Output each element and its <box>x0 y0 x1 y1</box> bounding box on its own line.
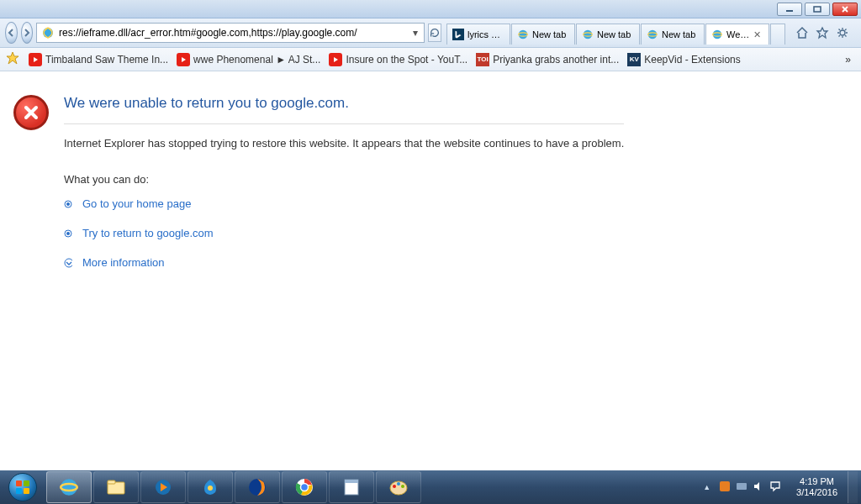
taskbar-clock[interactable]: 4:19 PM 3/14/2016 <box>790 476 844 498</box>
favorite-label: wwe Phenomenal ► AJ St... <box>193 54 320 66</box>
favorite-label: Insure on the Spot - YouT... <box>346 54 467 66</box>
svg-rect-36 <box>345 480 358 483</box>
svg-point-40 <box>401 485 404 488</box>
error-icon <box>13 95 49 130</box>
tab-label: New tab <box>532 29 566 39</box>
tab-label: New tab <box>662 29 695 39</box>
tray-icon-2[interactable] <box>736 480 747 494</box>
svg-point-12 <box>713 30 722 39</box>
show-desktop-button[interactable] <box>848 471 858 503</box>
tab-4-active[interactable]: Web... ✕ <box>705 24 769 45</box>
start-button[interactable] <box>0 470 45 504</box>
youtube-icon <box>177 53 190 66</box>
tray-volume-icon[interactable] <box>753 480 764 494</box>
browser-controls <box>789 26 856 39</box>
error-message: Internet Explorer has stopped trying to … <box>64 136 624 151</box>
ie-icon <box>517 29 529 40</box>
favorite-item-4[interactable]: KVKeepVid - Extensions <box>627 53 741 66</box>
svg-rect-42 <box>737 483 747 490</box>
add-favorite-icon[interactable] <box>5 50 20 68</box>
minimize-button[interactable] <box>777 3 802 16</box>
window-titlebar <box>0 0 861 18</box>
go-home-link[interactable]: Go to your home page <box>82 197 191 210</box>
expand-icon[interactable] <box>64 259 72 267</box>
svg-point-18 <box>66 202 70 206</box>
svg-point-26 <box>61 479 77 496</box>
svg-point-8 <box>584 30 593 39</box>
taskbar-wmp[interactable] <box>140 471 186 503</box>
taskbar: ▲ 4:19 PM 3/14/2016 <box>0 470 861 504</box>
page-content: We were unable to return you to google.c… <box>0 71 861 286</box>
bing-icon <box>452 29 464 40</box>
tools-icon[interactable] <box>836 26 849 39</box>
tray-action-center-icon[interactable] <box>769 480 781 494</box>
favorite-label: Timbaland Saw Theme In... <box>45 54 168 66</box>
tab-close-icon[interactable]: ✕ <box>753 29 763 39</box>
back-button[interactable] <box>5 22 18 44</box>
tab-2[interactable]: New tab <box>576 24 640 45</box>
favorites-bar: Timbaland Saw Theme In... wwe Phenomenal… <box>0 48 861 71</box>
favorites-icon[interactable] <box>816 26 829 39</box>
retry-link[interactable]: Try to return to google.com <box>82 227 214 239</box>
toi-icon: TOI <box>476 53 489 66</box>
tab-label: Web... <box>726 29 750 39</box>
address-dropdown-icon[interactable]: ▾ <box>409 24 422 41</box>
svg-point-31 <box>208 486 213 491</box>
favorite-item-3[interactable]: TOIPriyanka grabs another int... <box>476 53 619 66</box>
bullet-icon <box>64 229 72 238</box>
tab-label: New tab <box>597 29 631 39</box>
svg-rect-5 <box>452 29 464 40</box>
svg-point-34 <box>301 484 309 491</box>
new-tab-button[interactable] <box>770 24 785 45</box>
bullet-icon <box>64 200 72 208</box>
svg-rect-41 <box>720 481 730 491</box>
tab-3[interactable]: New tab <box>641 24 705 45</box>
svg-rect-24 <box>16 488 22 494</box>
svg-rect-1 <box>814 7 821 12</box>
svg-point-4 <box>43 28 53 38</box>
favorite-item-1[interactable]: wwe Phenomenal ► AJ St... <box>177 53 320 66</box>
home-icon[interactable] <box>795 26 809 39</box>
ie-icon <box>711 29 723 40</box>
forward-button[interactable] <box>21 22 34 44</box>
keepvid-icon: KV <box>627 53 641 66</box>
taskbar-explorer[interactable] <box>93 471 139 503</box>
navigation-bar: ▾ lyrics + ... New tab New tab New tab W… <box>0 18 861 48</box>
taskbar-chrome[interactable] <box>282 471 327 503</box>
taskbar-firefox[interactable] <box>235 471 280 503</box>
tab-strip: lyrics + ... New tab New tab New tab Web… <box>446 21 785 45</box>
ie-favicon-icon <box>41 26 55 39</box>
maximize-button[interactable] <box>805 3 830 16</box>
youtube-icon <box>329 53 342 66</box>
tab-0[interactable]: lyrics + ... <box>446 24 510 45</box>
svg-rect-22 <box>16 480 22 486</box>
error-subheading: What you can do: <box>64 173 624 186</box>
favorites-overflow-icon[interactable]: » <box>840 54 856 66</box>
address-input[interactable] <box>57 24 409 41</box>
taskbar-notepad[interactable] <box>329 471 374 503</box>
system-tray: ▲ 4:19 PM 3/14/2016 <box>703 470 861 504</box>
svg-point-20 <box>66 232 70 235</box>
svg-point-38 <box>393 485 396 488</box>
favorite-item-2[interactable]: Insure on the Spot - YouT... <box>329 53 467 66</box>
clock-date: 3/14/2016 <box>796 487 837 498</box>
tray-show-hidden-icon[interactable]: ▲ <box>703 483 710 491</box>
more-info-link[interactable]: More information <box>82 256 165 269</box>
svg-rect-23 <box>24 480 29 486</box>
taskbar-ie[interactable] <box>46 471 92 503</box>
close-button[interactable] <box>832 3 858 16</box>
refresh-button[interactable] <box>428 24 441 42</box>
taskbar-app-1[interactable] <box>188 471 233 503</box>
favorite-label: Priyanka grabs another int... <box>493 54 619 66</box>
taskbar-paint[interactable] <box>376 471 421 503</box>
svg-rect-25 <box>24 488 29 494</box>
svg-point-39 <box>397 482 400 486</box>
tab-1[interactable]: New tab <box>511 24 575 45</box>
error-title: We were unable to return you to google.c… <box>64 95 624 124</box>
favorite-item-0[interactable]: Timbaland Saw Theme In... <box>29 53 168 66</box>
address-bar[interactable]: ▾ <box>36 23 425 43</box>
svg-point-14 <box>840 30 845 35</box>
tray-icon-1[interactable] <box>719 480 731 494</box>
svg-point-6 <box>519 30 528 39</box>
favorite-label: KeepVid - Extensions <box>644 54 741 66</box>
